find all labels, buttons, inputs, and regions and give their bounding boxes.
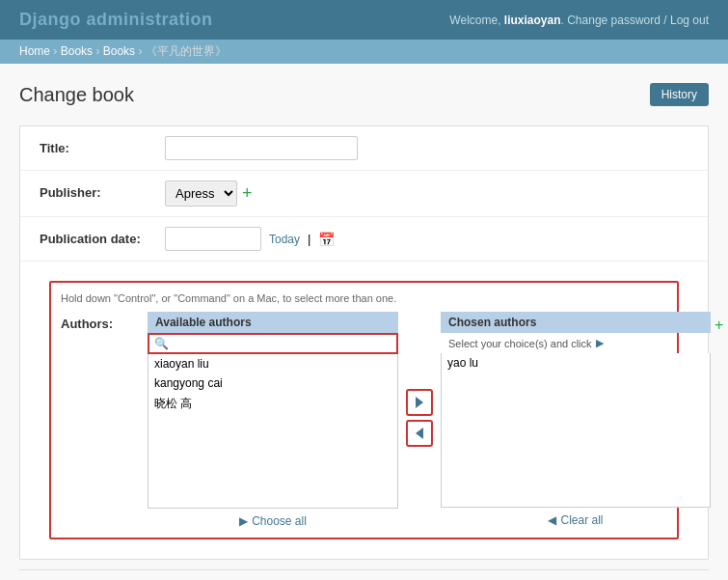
site-name: Django administration [19,10,213,30]
arrow-buttons [402,389,437,447]
choose-all-button[interactable]: ▶ Choose all [148,514,398,528]
change-book-form: Title: 《平凡的世界》 Publisher: Apress + Publi… [19,125,709,560]
breadcrumb-current: 《平凡的世界》 [146,44,227,58]
content: Change book History Title: 《平凡的世界》 Publi… [0,64,728,580]
publisher-select-group: Apress + [165,180,688,207]
svg-marker-0 [416,397,423,408]
list-item[interactable]: 晓松 高 [148,393,397,415]
breadcrumb-books2[interactable]: Books [103,44,135,58]
available-authors-box: Available authors 🔍 xiaoyan liu kangyong… [148,312,398,528]
authors-inner: Available authors 🔍 xiaoyan liu kangyong… [148,312,723,528]
list-item[interactable]: yao lu [442,353,710,373]
authors-hint: Hold down "Control", or "Command" on a M… [61,292,667,304]
pub-date-field-wrapper: 2015-02-10 Today | 📅 [165,227,688,251]
add-author-icon[interactable]: + [715,317,723,333]
pub-date-label: Publication date: [40,227,165,246]
list-item[interactable]: kangyong cai [148,373,397,393]
chosen-hint-arrow-icon: ▶ [596,337,604,349]
publisher-field-wrapper: Apress + [165,180,688,207]
clear-all-button[interactable]: ◀ Clear all [441,513,711,527]
change-password-link[interactable]: Change password [567,14,661,27]
chosen-hint: Select your choice(s) and click ▶ [441,333,711,353]
form-actions: ✖ Delete Save and continue editing Save … [19,569,709,580]
pub-date-row: Publication date: 2015-02-10 Today | 📅 [20,217,708,262]
authors-label: Authors: [61,312,148,331]
move-right-button[interactable] [406,389,433,416]
breadcrumb-books1[interactable]: Books [61,44,93,58]
publisher-select[interactable]: Apress [165,180,237,207]
pub-date-input[interactable]: 2015-02-10 [165,227,261,251]
separator: / [663,14,666,27]
title-field-wrapper: 《平凡的世界》 [165,136,688,160]
authors-section: Hold down "Control", or "Command" on a M… [49,281,679,539]
logout-link[interactable]: Log out [670,14,709,27]
chosen-authors-list[interactable]: yao lu [441,353,711,508]
authors-widgets: Authors: Available authors 🔍 xiaoyan liu [61,312,667,528]
add-publisher-icon[interactable]: + [242,183,253,204]
available-authors-title: Available authors [148,312,398,333]
breadcrumb-home[interactable]: Home [19,44,50,58]
date-row: 2015-02-10 Today | 📅 [165,227,688,251]
move-left-button[interactable] [406,420,433,447]
clear-all-icon: ◀ [548,513,556,527]
title-label: Title: [40,136,165,155]
header: Django administration Welcome, liuxiaoya… [0,0,728,40]
svg-marker-1 [416,428,423,439]
page-title: Change book [19,84,134,106]
title-input[interactable]: 《平凡的世界》 [165,136,358,160]
breadcrumb: Home › Books › Books › 《平凡的世界》 [0,40,728,64]
search-icon: 🔍 [154,337,169,350]
welcome-text: Welcome, [449,14,500,27]
choose-all-icon: ▶ [239,514,248,528]
chosen-authors-box: Chosen authors Select your choice(s) and… [441,312,711,527]
list-item[interactable]: xiaoyan liu [148,354,397,373]
authors-search-input[interactable] [169,337,381,350]
chosen-authors-title: Chosen authors [441,312,711,333]
today-link[interactable]: Today [269,233,300,246]
title-row: Title: 《平凡的世界》 [20,126,708,171]
search-wrapper: 🔍 [148,333,398,354]
page-header: Change book History [19,83,709,106]
publisher-label: Publisher: [40,180,165,200]
calendar-icon[interactable]: 📅 [318,232,335,247]
history-button[interactable]: History [650,83,709,106]
user-info: Welcome, liuxiaoyan. Change password / L… [449,14,709,27]
available-authors-list[interactable]: xiaoyan liu kangyong cai 晓松 高 [148,354,398,509]
authors-section-wrapper: Hold down "Control", or "Command" on a M… [20,262,708,559]
add-author-icon-wrapper: + [715,312,723,334]
publisher-row: Publisher: Apress + [20,171,708,217]
username: liuxiaoyan [504,14,561,27]
